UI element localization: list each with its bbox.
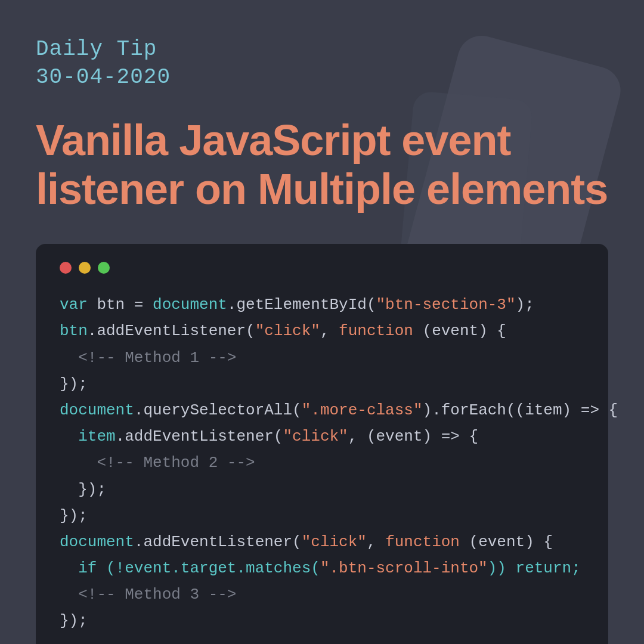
code-token: }); [60, 507, 88, 525]
code-token: var [60, 296, 88, 314]
code-token: , [320, 322, 339, 340]
code-token: document [60, 401, 134, 419]
dot-yellow [79, 262, 91, 274]
window-controls [60, 262, 584, 274]
code-token: btn [60, 322, 88, 340]
code-token: }); [60, 375, 88, 393]
code-token: .addEventListener( [116, 428, 283, 445]
code-line: }); [60, 476, 584, 503]
code-token: , [367, 533, 385, 551]
code-token: btn = [88, 296, 153, 314]
code-token: "click" [255, 322, 320, 340]
code-line: <!-- Method 3 --> [60, 581, 584, 608]
code-block: var btn = document.getElementById("btn-s… [60, 292, 584, 634]
code-line: <!-- Method 2 --> [60, 450, 584, 476]
dot-red [60, 262, 72, 274]
code-token: .addEventListener( [134, 533, 302, 551]
code-token: "click" [302, 533, 367, 551]
code-token: function [339, 322, 413, 340]
code-token: item [60, 428, 116, 445]
code-token: .addEventListener( [88, 322, 255, 340]
code-token: function [385, 533, 460, 551]
code-token: ).forEach((item) => { [423, 401, 618, 419]
code-token: <!-- Method 3 --> [60, 586, 236, 603]
code-token: , (event) => { [348, 428, 478, 445]
code-token: .getElementById( [227, 296, 376, 314]
code-line: item.addEventListener("click", (event) =… [60, 423, 584, 450]
dot-green [98, 262, 110, 274]
code-token: (event) { [413, 322, 506, 340]
code-line: btn.addEventListener("click", function (… [60, 318, 584, 344]
code-line: }); [60, 371, 584, 397]
main-content: Daily Tip 30-04-2020 Vanilla JavaScript … [0, 0, 644, 644]
code-line: }); [60, 503, 584, 529]
code-line: var btn = document.getElementById("btn-s… [60, 292, 584, 318]
code-token: }); [60, 481, 106, 499]
header-section: Daily Tip 30-04-2020 [36, 36, 608, 92]
code-token: document [153, 296, 227, 314]
code-token: "btn-section-3" [376, 296, 516, 314]
label-line2: 30-04-2020 [36, 65, 171, 89]
code-token: <!-- Method 1 --> [60, 349, 236, 367]
code-token: <!-- Method 2 --> [60, 454, 255, 472]
code-token: "click" [283, 428, 348, 445]
code-line: document.querySelectorAll(".more-class")… [60, 397, 584, 423]
code-token: .querySelectorAll( [134, 401, 302, 419]
code-line: }); [60, 608, 584, 634]
code-token: if (!event.target.matches( [60, 559, 320, 577]
code-token: }); [60, 612, 88, 630]
code-token: )) return; [488, 559, 581, 577]
code-token: ); [516, 296, 534, 314]
code-token: (event) { [460, 533, 553, 551]
code-line: <!-- Method 1 --> [60, 345, 584, 371]
daily-tip-label: Daily Tip 30-04-2020 [36, 36, 608, 92]
label-line1: Daily Tip [36, 37, 157, 61]
code-token: ".more-class" [302, 401, 423, 419]
code-line: document.addEventListener("click", funct… [60, 529, 584, 555]
code-window: var btn = document.getElementById("btn-s… [36, 244, 608, 644]
code-token: ".btn-scroll-into" [320, 559, 488, 577]
code-token: document [60, 533, 134, 551]
main-title: Vanilla JavaScript event listener on Mul… [36, 116, 608, 215]
code-line: if (!event.target.matches(".btn-scroll-i… [60, 555, 584, 581]
